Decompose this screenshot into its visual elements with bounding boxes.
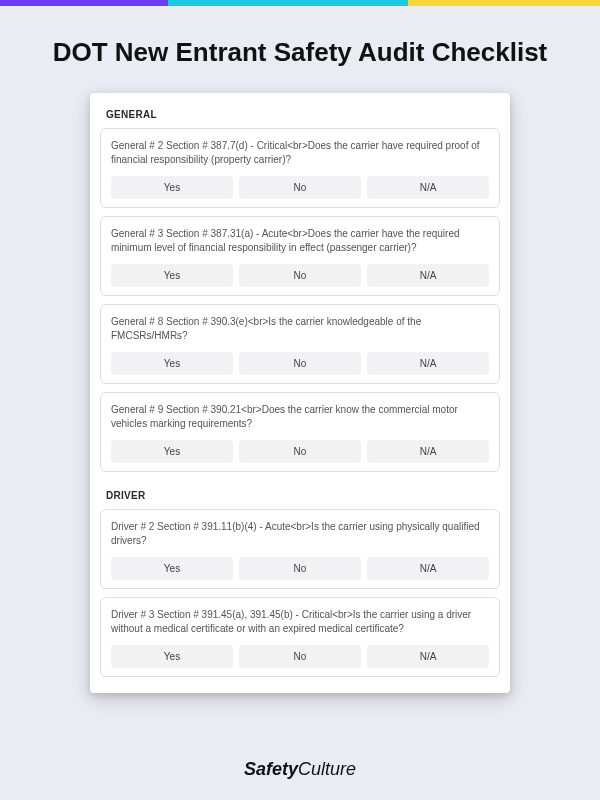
answer-yes[interactable]: Yes: [111, 440, 233, 463]
answer-na[interactable]: N/A: [367, 352, 489, 375]
checklist-card: GENERAL General # 2 Section # 387.7(d) -…: [90, 93, 510, 693]
answer-yes[interactable]: Yes: [111, 264, 233, 287]
question-text: General # 9 Section # 390.21<br>Does the…: [111, 403, 489, 432]
question-card: General # 2 Section # 387.7(d) - Critica…: [100, 128, 500, 208]
footer-brand-light: Culture: [298, 759, 356, 779]
answer-no[interactable]: No: [239, 557, 361, 580]
question-text: General # 2 Section # 387.7(d) - Critica…: [111, 139, 489, 168]
answer-yes[interactable]: Yes: [111, 557, 233, 580]
answer-na[interactable]: N/A: [367, 557, 489, 580]
answer-row: Yes No N/A: [111, 176, 489, 199]
section-header-general: GENERAL: [100, 105, 500, 128]
answer-na[interactable]: N/A: [367, 645, 489, 668]
stripe-cyan: [168, 0, 408, 6]
answer-row: Yes No N/A: [111, 557, 489, 580]
question-card: General # 9 Section # 390.21<br>Does the…: [100, 392, 500, 472]
question-text: General # 8 Section # 390.3(e)<br>Is the…: [111, 315, 489, 344]
answer-row: Yes No N/A: [111, 645, 489, 668]
answer-na[interactable]: N/A: [367, 176, 489, 199]
answer-yes[interactable]: Yes: [111, 645, 233, 668]
answer-yes[interactable]: Yes: [111, 176, 233, 199]
question-text: Driver # 3 Section # 391.45(a), 391.45(b…: [111, 608, 489, 637]
question-text: General # 3 Section # 387.31(a) - Acute<…: [111, 227, 489, 256]
question-card: General # 3 Section # 387.31(a) - Acute<…: [100, 216, 500, 296]
answer-no[interactable]: No: [239, 264, 361, 287]
question-card: General # 8 Section # 390.3(e)<br>Is the…: [100, 304, 500, 384]
page-title: DOT New Entrant Safety Audit Checklist: [40, 36, 560, 69]
question-card: Driver # 2 Section # 391.11(b)(4) - Acut…: [100, 509, 500, 589]
answer-row: Yes No N/A: [111, 440, 489, 463]
answer-no[interactable]: No: [239, 440, 361, 463]
answer-na[interactable]: N/A: [367, 264, 489, 287]
top-accent-stripe: [0, 0, 600, 6]
answer-row: Yes No N/A: [111, 352, 489, 375]
answer-yes[interactable]: Yes: [111, 352, 233, 375]
question-card: Driver # 3 Section # 391.45(a), 391.45(b…: [100, 597, 500, 677]
footer-logo: SafetyCulture: [0, 759, 600, 780]
stripe-yellow: [408, 0, 600, 6]
answer-no[interactable]: No: [239, 352, 361, 375]
question-text: Driver # 2 Section # 391.11(b)(4) - Acut…: [111, 520, 489, 549]
footer-brand-bold: Safety: [244, 759, 298, 779]
answer-no[interactable]: No: [239, 645, 361, 668]
answer-no[interactable]: No: [239, 176, 361, 199]
section-header-driver: DRIVER: [100, 480, 500, 509]
answer-na[interactable]: N/A: [367, 440, 489, 463]
answer-row: Yes No N/A: [111, 264, 489, 287]
stripe-purple: [0, 0, 168, 6]
